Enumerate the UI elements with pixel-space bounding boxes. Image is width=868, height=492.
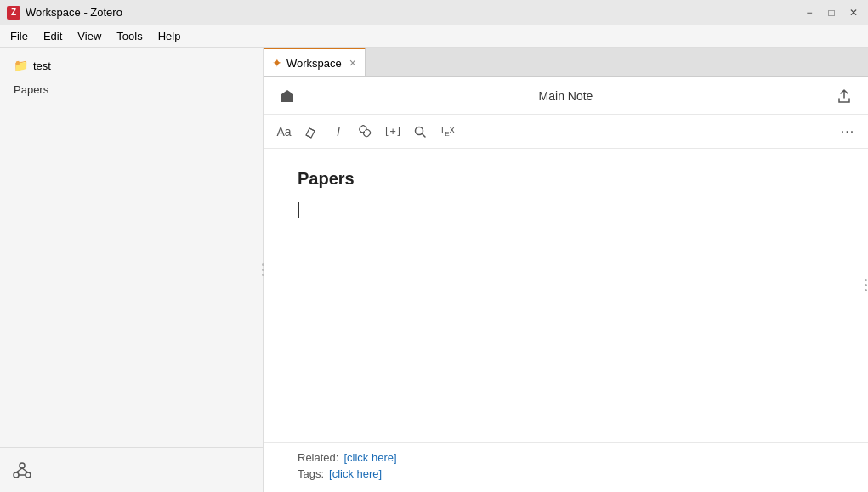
note-header-left — [274, 82, 301, 110]
tex-icon: TEX — [440, 125, 455, 138]
window-title: Workspace - Zotero — [26, 6, 122, 19]
titlebar-title: Z Workspace - Zotero — [7, 6, 122, 20]
insert-icon: [+] — [383, 126, 402, 138]
italic-button[interactable]: I — [326, 120, 350, 144]
italic-icon: I — [337, 125, 340, 139]
sidebar-content: 📁 test Papers — [0, 48, 263, 447]
resize-dot-1 — [262, 263, 264, 266]
right-handle-dot-2 — [865, 284, 867, 286]
menu-tools[interactable]: Tools — [110, 27, 149, 45]
more-icon: ··· — [841, 124, 854, 139]
folder-label: test — [33, 59, 51, 72]
maximize-button[interactable]: □ — [824, 5, 839, 20]
note-footer: Related: [click here] Tags: [click here] — [264, 442, 868, 492]
menu-file[interactable]: File — [3, 27, 35, 45]
note-header-right — [831, 82, 858, 110]
sidebar: 📁 test Papers — [0, 48, 264, 492]
svg-line-10 — [423, 133, 426, 137]
resize-dot-2 — [262, 269, 264, 271]
sidebar-item-test[interactable]: 📁 test — [10, 56, 252, 75]
folder-icon: 📁 — [14, 59, 28, 72]
menu-view[interactable]: View — [71, 27, 108, 45]
export-icon — [837, 88, 852, 104]
app-body: 📁 test Papers — [0, 48, 868, 492]
right-handle-dot-3 — [865, 289, 867, 291]
svg-line-7 — [306, 135, 311, 138]
note-header: Main Note — [264, 77, 868, 115]
svg-point-0 — [20, 463, 25, 468]
tags-link[interactable]: [click here] — [329, 467, 382, 480]
window-controls: − □ ✕ — [802, 5, 861, 20]
highlight-icon — [304, 125, 318, 139]
home-icon — [280, 88, 295, 104]
font-size-icon: Aa — [276, 125, 291, 139]
home-button[interactable] — [274, 82, 301, 110]
highlight-button[interactable] — [299, 120, 323, 144]
tex-button[interactable]: TEX — [435, 120, 459, 144]
search-button[interactable] — [408, 120, 432, 144]
sidebar-bottom — [0, 447, 263, 492]
note-content-cursor — [298, 202, 834, 218]
right-handle-dot-1 — [865, 279, 867, 281]
workspace-tab-icon: ✦ — [272, 56, 282, 70]
text-cursor — [298, 202, 299, 218]
sidebar-network-button[interactable] — [7, 455, 37, 485]
svg-point-1 — [14, 472, 19, 478]
close-button[interactable]: ✕ — [846, 5, 861, 20]
tags-label: Tags: — [298, 467, 324, 480]
right-panel-handle[interactable] — [863, 272, 868, 297]
link-icon — [359, 125, 372, 139]
tabs-bar: ✦ Workspace × — [264, 48, 868, 77]
note-toolbar: Aa I — [264, 115, 868, 149]
right-area: ✦ Workspace × Main Note — [264, 48, 868, 492]
related-link[interactable]: [click here] — [343, 451, 396, 464]
related-label: Related: — [298, 451, 338, 464]
note-title: Main Note — [539, 89, 593, 103]
link-button[interactable] — [354, 120, 377, 144]
font-size-button[interactable]: Aa — [272, 120, 296, 144]
svg-line-3 — [16, 468, 22, 472]
svg-marker-6 — [281, 90, 293, 102]
titlebar: Z Workspace - Zotero − □ ✕ — [0, 0, 868, 25]
minimize-button[interactable]: − — [802, 5, 817, 20]
export-button[interactable] — [831, 82, 858, 110]
search-icon — [413, 125, 427, 139]
svg-line-8 — [309, 128, 315, 131]
menubar: File Edit View Tools Help — [0, 25, 868, 48]
tab-workspace[interactable]: ✦ Workspace × — [264, 48, 366, 76]
svg-point-2 — [26, 472, 31, 478]
sidebar-resize-handle[interactable] — [258, 262, 267, 279]
resize-dot-3 — [262, 274, 264, 276]
tab-close-button[interactable]: × — [349, 57, 356, 69]
note-heading: Papers — [298, 169, 834, 189]
tags-row: Tags: [click here] — [298, 467, 834, 480]
graph-icon — [13, 461, 31, 479]
svg-line-4 — [22, 468, 28, 472]
collection-label: Papers — [10, 76, 252, 99]
more-options-button[interactable]: ··· — [836, 120, 859, 144]
related-row: Related: [click here] — [298, 451, 834, 464]
zotero-app-icon: Z — [7, 6, 20, 20]
menu-help[interactable]: Help — [151, 27, 188, 45]
insert-button[interactable]: [+] — [381, 120, 405, 144]
note-body[interactable]: Papers — [264, 149, 868, 442]
tab-workspace-label: Workspace — [286, 57, 342, 70]
main-panel: Main Note Aa — [264, 77, 868, 492]
menu-edit[interactable]: Edit — [37, 27, 69, 45]
